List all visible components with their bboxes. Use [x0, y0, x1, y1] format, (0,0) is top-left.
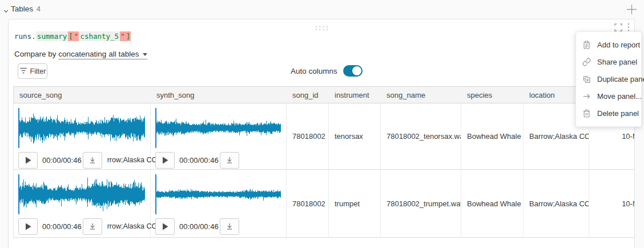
cell-song-name: 78018002_trumpet.wav	[381, 170, 461, 237]
play-button[interactable]	[18, 218, 38, 235]
wave-cursor	[155, 174, 156, 214]
cell-song-id: 78018002	[287, 103, 329, 169]
menu-item-move-panel[interactable]: Move panel...	[576, 87, 641, 105]
filter-button[interactable]: Filter	[18, 63, 47, 79]
panel-context-menu: Add to report Share panel Duplicate pane…	[575, 31, 642, 127]
menu-item-duplicate-panel[interactable]: Duplicate panel	[576, 70, 641, 87]
audio-time: 00:00/00:46	[42, 156, 82, 165]
expr-method: summary	[36, 31, 69, 41]
audio-time: 00:00/00:46	[42, 222, 82, 231]
expr-bracket-open: [	[68, 31, 74, 41]
col-header-synth-song[interactable]: synth_song	[151, 87, 287, 104]
compare-by-row: Compare by concatenating all tables	[14, 50, 147, 58]
play-button[interactable]	[155, 152, 175, 169]
drag-handle-icon[interactable]	[315, 23, 329, 34]
cell-song-id: 78018002	[287, 170, 329, 237]
play-button[interactable]	[155, 218, 175, 235]
audio-player: 00:00/00:46 rrow;Alaska CC	[18, 218, 157, 235]
table-header-row: source_song synth_song song_id instrumen…	[13, 86, 635, 103]
audio-caption: rrow;Alaska CC	[107, 156, 157, 164]
move-icon	[582, 92, 591, 101]
caret-down-icon	[143, 49, 147, 58]
filter-button-label: Filter	[30, 67, 46, 75]
menu-item-label: Duplicate panel	[597, 75, 644, 83]
cell-instrument: trumpet	[329, 170, 381, 237]
kebab-menu-icon[interactable]	[627, 23, 630, 31]
expr-quote-open: "	[74, 31, 79, 41]
table-row: 00:00/00:46 rrow;Alaska CC 00:00/00:46 7…	[13, 170, 635, 238]
download-button[interactable]	[83, 152, 102, 169]
col-header-song-name[interactable]: song_name	[381, 87, 461, 104]
chevron-down-icon[interactable]	[3, 6, 9, 17]
audio-time: 00:00/00:46	[179, 222, 219, 231]
filter-icon	[19, 67, 27, 75]
section-header: Tables 4	[0, 0, 644, 18]
cell-species: Bowhead Whale	[461, 103, 524, 169]
download-button[interactable]	[83, 218, 102, 235]
auto-columns-group: Auto columns	[291, 65, 363, 77]
panel-toolbar	[614, 23, 630, 31]
menu-item-label: Share panel	[597, 58, 637, 66]
table-panel: runs.summary["cshanty_5"] Compare by con…	[8, 19, 635, 248]
section-count-badge: 4	[37, 5, 41, 13]
col-header-song-id[interactable]: song_id	[287, 87, 329, 104]
fullscreen-icon[interactable]	[614, 23, 622, 31]
wave-cursor	[155, 108, 156, 148]
cell-species: Bowhead Whale	[461, 170, 524, 237]
audio-cell-source-song: 00:00/00:46 rrow;Alaska CC	[14, 170, 151, 237]
auto-columns-toggle[interactable]	[343, 65, 363, 77]
compare-by-label: Compare by	[14, 50, 57, 58]
audio-caption: rrow;Alaska CC	[107, 222, 157, 230]
add-panel-plus-icon[interactable]	[625, 3, 638, 18]
audio-player: 00:00/00:46	[155, 151, 239, 169]
audio-time: 00:00/00:46	[179, 156, 219, 165]
expr-prefix: runs.	[14, 32, 36, 41]
col-header-source-song[interactable]: source_song	[14, 87, 151, 104]
data-table: source_song synth_song song_id instrumen…	[13, 86, 635, 238]
col-header-species[interactable]: species	[461, 87, 524, 104]
expr-quote-close: "	[120, 31, 126, 41]
wave-cursor	[18, 174, 19, 214]
link-icon	[582, 58, 591, 66]
menu-item-label: Move panel...	[597, 92, 642, 101]
audio-cell-synth-song: 00:00/00:46	[151, 103, 287, 169]
wave-cursor	[18, 108, 19, 148]
download-button[interactable]	[220, 218, 239, 235]
col-header-instrument[interactable]: instrument	[329, 87, 381, 104]
menu-item-label: Delete panel	[597, 109, 639, 118]
section-title: Tables	[11, 5, 33, 13]
panel-expression-input[interactable]: runs.summary["cshanty_5"]	[14, 32, 131, 41]
audio-player: 00:00/00:46 rrow;Alaska CC	[18, 151, 157, 169]
audio-cell-source-song: 00:00/00:46 rrow;Alaska CC	[14, 103, 151, 169]
trash-icon	[582, 109, 591, 118]
cell-instrument: tenorsax	[329, 103, 381, 169]
play-button[interactable]	[18, 152, 38, 169]
duplicate-icon	[582, 75, 591, 83]
menu-item-label: Add to report	[597, 41, 640, 49]
waveform[interactable]	[155, 108, 281, 148]
waveform[interactable]	[18, 174, 145, 214]
toggle-knob	[352, 66, 361, 75]
menu-item-share-panel[interactable]: Share panel	[576, 53, 641, 70]
download-button[interactable]	[220, 152, 239, 169]
audio-player: 00:00/00:46	[155, 218, 239, 235]
waveform[interactable]	[18, 108, 145, 148]
expr-bracket-close: ]	[126, 31, 131, 41]
auto-columns-label: Auto columns	[291, 67, 337, 75]
compare-mode-dropdown[interactable]: concatenating all tables	[58, 50, 147, 59]
table-row: 00:00/00:46 rrow;Alaska CC 00:00/00:46 7…	[13, 103, 635, 170]
cell-location: Barrow;Alaska CC2A	[524, 170, 589, 237]
expr-key: cshanty_5	[79, 31, 120, 41]
menu-item-add-to-report[interactable]: Add to report	[576, 36, 641, 53]
menu-item-delete-panel[interactable]: Delete panel	[576, 105, 641, 122]
cell-date: 10-Ma	[589, 170, 635, 237]
waveform[interactable]	[155, 174, 281, 214]
audio-cell-synth-song: 00:00/00:46	[151, 170, 287, 237]
report-icon	[582, 41, 591, 49]
cell-song-name: 78018002_tenorsax.wav	[381, 103, 461, 169]
